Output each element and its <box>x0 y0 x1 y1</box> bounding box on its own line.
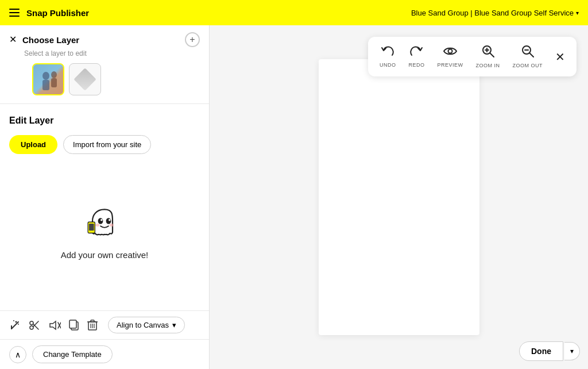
svg-point-15 <box>16 321 17 322</box>
mute-icon[interactable] <box>48 320 61 331</box>
choose-layer-subtitle: Select a layer to edit <box>24 49 200 57</box>
svg-line-20 <box>33 324 39 329</box>
edit-buttons: Upload Import from your site <box>9 135 200 154</box>
change-template-button[interactable]: Change Template <box>32 345 113 363</box>
svg-point-3 <box>51 71 57 78</box>
bottom-toolbar: Align to Canvas ▾ <box>0 310 209 339</box>
upload-button[interactable]: Upload <box>9 135 57 154</box>
svg-line-35 <box>490 53 494 57</box>
svg-rect-26 <box>69 320 76 328</box>
chevron-up-icon: ∧ <box>15 350 21 359</box>
layer-thumbnails <box>9 63 200 98</box>
magic-wand-icon[interactable] <box>9 320 21 331</box>
preview-icon <box>443 45 457 60</box>
undo-label: UNDO <box>380 62 396 68</box>
zoom-out-label: ZOOM OUT <box>513 63 543 68</box>
layer1-image-icon <box>33 64 64 95</box>
align-chevron-icon: ▾ <box>172 321 176 329</box>
undo-icon <box>381 45 394 60</box>
zoom-in-icon <box>482 45 494 60</box>
align-canvas-label: Align to Canvas <box>117 321 169 329</box>
svg-point-6 <box>106 218 111 224</box>
svg-rect-0 <box>33 64 64 95</box>
svg-point-17 <box>13 320 14 321</box>
collapse-button[interactable]: ∧ <box>9 346 26 363</box>
undo-toolbar-item[interactable]: UNDO <box>380 45 396 68</box>
ghost-icon <box>84 203 125 243</box>
svg-point-8 <box>109 219 111 221</box>
diamond-icon <box>74 68 96 91</box>
choose-layer-title: Choose Layer <box>22 35 79 45</box>
topbar: Snap Publisher Blue Sand Group | Blue Sa… <box>0 0 588 25</box>
trash-icon[interactable] <box>87 320 98 331</box>
done-button[interactable]: Done <box>519 341 563 361</box>
redo-label: REDO <box>408 62 424 68</box>
choose-layer-header: ✕ Choose Layer + <box>9 32 200 47</box>
preview-label: PREVIEW <box>437 62 463 68</box>
account-chevron-icon: ▾ <box>576 10 579 16</box>
creative-area: Add your own creative! <box>9 163 200 299</box>
close-panel-icon[interactable]: ✕ <box>9 35 17 44</box>
svg-rect-29 <box>91 320 94 322</box>
import-button[interactable]: Import from your site <box>63 135 151 154</box>
account-label: Blue Sand Group | Blue Sand Group Self S… <box>411 9 574 17</box>
close-toolbar-item[interactable]: ✕ <box>555 50 565 64</box>
svg-point-5 <box>98 218 103 224</box>
canvas-board <box>319 59 479 335</box>
edit-layer-section: Edit Layer Upload Import from your site <box>0 104 209 310</box>
done-chevron-button[interactable]: ▾ <box>564 342 580 360</box>
choose-layer-section: ✕ Choose Layer + Select a layer to edit <box>0 25 209 104</box>
done-area: Done ▾ <box>519 341 580 361</box>
zoom-in-label: ZOOM IN <box>476 63 500 68</box>
zoom-out-toolbar-item[interactable]: ZOOM OUT <box>513 45 543 68</box>
redo-icon <box>410 45 423 60</box>
canvas-area: UNDO REDO <box>210 25 588 369</box>
layer-thumb-2[interactable] <box>69 63 101 95</box>
copy-icon[interactable] <box>69 320 79 331</box>
left-bottom-bar: ∧ Change Template <box>0 339 209 369</box>
svg-point-33 <box>448 49 452 53</box>
edit-layer-title: Edit Layer <box>9 116 200 126</box>
creative-text: Add your own creative! <box>61 250 149 260</box>
svg-line-13 <box>11 322 18 329</box>
svg-rect-2 <box>42 80 49 90</box>
app-title: Snap Publisher <box>26 8 89 18</box>
choose-layer-title-row: ✕ Choose Layer <box>9 35 79 45</box>
svg-rect-12 <box>89 223 94 230</box>
scissors-icon[interactable] <box>29 320 40 331</box>
svg-line-39 <box>529 53 533 57</box>
close-icon: ✕ <box>555 50 565 64</box>
topbar-account[interactable]: Blue Sand Group | Blue Sand Group Self S… <box>411 9 579 17</box>
right-toolbar: UNDO REDO <box>368 37 577 76</box>
layer-thumb-image-1 <box>33 64 63 94</box>
preview-toolbar-item[interactable]: PREVIEW <box>437 45 463 68</box>
zoom-out-icon <box>521 45 534 60</box>
align-canvas-button[interactable]: Align to Canvas ▾ <box>108 317 185 333</box>
svg-marker-22 <box>50 321 56 329</box>
svg-point-7 <box>100 219 103 221</box>
svg-point-1 <box>42 72 49 80</box>
zoom-in-toolbar-item[interactable]: ZOOM IN <box>476 45 500 68</box>
svg-rect-4 <box>51 78 57 87</box>
svg-point-9 <box>95 223 99 226</box>
left-panel: ✕ Choose Layer + Select a layer to edit <box>0 25 210 369</box>
menu-icon[interactable] <box>9 9 20 17</box>
svg-point-16 <box>18 324 19 325</box>
svg-line-21 <box>33 321 39 327</box>
topbar-left: Snap Publisher <box>9 8 89 18</box>
redo-toolbar-item[interactable]: REDO <box>408 45 424 68</box>
add-layer-button[interactable]: + <box>185 32 200 47</box>
layer-thumb-1[interactable] <box>32 63 64 95</box>
svg-point-10 <box>110 223 114 226</box>
main-layout: ✕ Choose Layer + Select a layer to edit <box>0 25 588 369</box>
